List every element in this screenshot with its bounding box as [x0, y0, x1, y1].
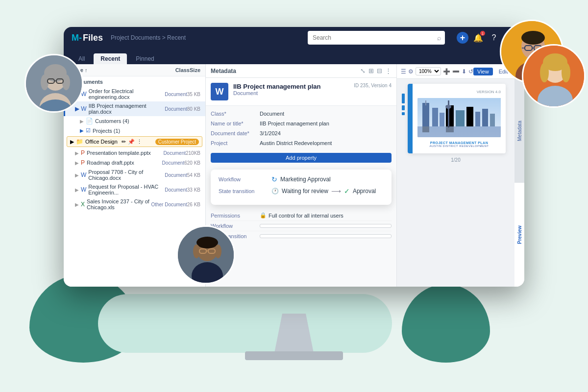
- arrow-right-icon: ⟶: [331, 187, 341, 195]
- add-button[interactable]: +: [457, 32, 468, 44]
- file-row[interactable]: ▶ P Roadmap draft.pptx Document 620 KB: [64, 158, 205, 168]
- rotate-icon[interactable]: ↺: [468, 68, 473, 75]
- add-property-button[interactable]: Add property: [211, 153, 392, 163]
- search-input[interactable]: [308, 31, 445, 45]
- word-icon: W: [81, 172, 86, 178]
- tab-pinned[interactable]: Pinned: [129, 53, 161, 64]
- expand-icon: ▶: [80, 119, 84, 124]
- meta-label: Project: [211, 140, 260, 146]
- side-tab-preview[interactable]: Preview: [514, 183, 524, 287]
- svg-rect-44: [440, 113, 444, 126]
- group-documents[interactable]: ▾ Documents: [64, 76, 205, 87]
- file-row[interactable]: ▶ P Presentation template.pptx Document …: [64, 148, 205, 158]
- preview-content: VERSION 4.0: [397, 79, 514, 287]
- main-content: Name ↑ Class Size ▾ Documents ▶ W Order …: [64, 64, 524, 287]
- zoom-out-icon[interactable]: ➖: [452, 68, 460, 75]
- excel-icon: X: [81, 201, 85, 208]
- meta-value: Document: [260, 111, 392, 117]
- file-row[interactable]: ▶ X Sales Invoice 237 - City of Chicago.…: [64, 197, 205, 212]
- tab-recent[interactable]: Recent: [94, 53, 127, 64]
- file-row[interactable]: ▶ W Request for Proposal - HVAC Engineer…: [64, 182, 205, 197]
- lock-icon: 🔒: [260, 212, 267, 219]
- doc-header: W IIB Project management plan Document I…: [206, 78, 396, 106]
- logo-files-part: Files: [83, 33, 103, 43]
- meta-label: Document date*: [211, 130, 260, 136]
- file-name-text: Order for Electrical engineering.docx: [89, 88, 165, 100]
- workflow-row: Workflow ↻ Marketing Approval: [219, 175, 384, 183]
- workflow-label: Workflow: [219, 176, 268, 182]
- perm-row-workflow: Workflow: [211, 220, 392, 231]
- file-name-text: Sales Invoice 237 - City of Chicago.xls: [87, 198, 151, 210]
- word-icon: 📄: [86, 118, 93, 124]
- refresh-icon: ↻: [271, 175, 277, 183]
- file-type-cell: Document: [163, 150, 186, 156]
- file-type-cell: Document: [165, 172, 187, 178]
- zoom-select[interactable]: 100% 75% 125%: [416, 67, 441, 75]
- expand-icon: ▶: [70, 139, 74, 145]
- svg-rect-52: [490, 114, 495, 126]
- search-icon: ⌕: [437, 34, 441, 42]
- bg-decoration-cloud: [98, 294, 392, 353]
- file-size-cell: 210KB: [186, 150, 200, 156]
- expand-icon[interactable]: ⤡: [360, 67, 366, 74]
- perm-row-state: State transition: [211, 231, 392, 241]
- meta-row-project: Project Austin District Redevelopment: [211, 140, 392, 146]
- download-icon[interactable]: ⬇: [462, 68, 466, 75]
- file-row[interactable]: ▶ W Proposal 7708 - City of Chicago.docx…: [64, 168, 205, 182]
- state-from: Waiting for review: [282, 188, 328, 195]
- file-type-cell: Document: [162, 160, 185, 166]
- file-size-cell: 620 KB: [184, 160, 200, 166]
- col-size-header: Size: [190, 67, 200, 73]
- columns-icon[interactable]: ⊞: [368, 67, 374, 74]
- state-label: State transition: [219, 188, 268, 194]
- meta-row-class: Class* Document: [211, 111, 392, 117]
- svg-rect-40: [417, 126, 501, 137]
- tabs-bar: All Recent Pinned: [64, 49, 524, 64]
- page-number: 1/20: [451, 157, 460, 163]
- file-size-cell: 54 KB: [187, 172, 200, 178]
- monitor-base: [245, 351, 343, 360]
- logo-m-part: M-: [72, 33, 82, 43]
- file-row-badge[interactable]: ▶ 📁 Office Design ✏ 📌 ⋮ Customer Project: [67, 136, 202, 147]
- view-button[interactable]: View: [473, 68, 493, 75]
- preview-main-title: PROJECT MANAGEMENT PLAN: [417, 141, 501, 145]
- file-name-text: Proposal 7708 - City of Chicago.docx: [88, 169, 165, 181]
- file-type-cell: Document: [165, 92, 187, 97]
- help-button[interactable]: ?: [488, 32, 500, 44]
- expand-icon: ▶: [75, 202, 79, 207]
- meta-row-name: Name or title* IIB Project management pl…: [211, 121, 392, 126]
- avatar-man-black: [176, 225, 235, 284]
- doc-info: IIB Project management plan Document: [233, 83, 320, 96]
- svg-rect-42: [425, 100, 426, 105]
- state-field[interactable]: [260, 234, 392, 238]
- notifications-button[interactable]: 🔔 1: [472, 32, 484, 44]
- svg-rect-51: [482, 109, 488, 126]
- side-tab-metadata[interactable]: Metadata: [514, 79, 524, 183]
- svg-rect-43: [432, 108, 438, 126]
- sidebar-toggle-icon[interactable]: ☰: [401, 68, 406, 75]
- svg-rect-50: [475, 112, 480, 126]
- file-row[interactable]: ▶ 📄 Customers (4): [64, 116, 205, 126]
- more-icon: ⋮: [137, 139, 142, 145]
- more-icon[interactable]: ⋮: [385, 67, 392, 74]
- bg-decoration-right: [402, 284, 490, 363]
- file-type-cell: Document: [165, 106, 187, 112]
- badge-label: Customer Project: [155, 139, 199, 145]
- clock-icon: 🕐: [271, 188, 279, 195]
- svg-point-36: [540, 63, 549, 82]
- file-name-text: Office Design: [85, 139, 118, 145]
- gear-icon[interactable]: ⚙: [408, 68, 414, 75]
- file-row[interactable]: ▶ ☑ Projects (1): [64, 126, 205, 135]
- workflow-field[interactable]: [260, 224, 392, 228]
- avatar-woman-gray: [24, 54, 83, 113]
- checkbox-icon: ☑: [86, 127, 91, 134]
- layout-icon[interactable]: ⊟: [377, 67, 382, 74]
- page-dot: [402, 112, 405, 115]
- meta-row-date: Document date* 3/1/2024: [211, 130, 392, 136]
- permissions-section: Permissions 🔒 Full control for all inter…: [206, 210, 396, 241]
- file-name-text: Customers (4): [95, 118, 129, 124]
- file-row-selected[interactable]: ▶ W IIB Project management plan.docx Doc…: [64, 101, 205, 116]
- notification-badge: 1: [480, 31, 485, 36]
- file-row[interactable]: ▶ W Order for Electrical engineering.doc…: [64, 87, 205, 101]
- zoom-in-icon[interactable]: ➕: [443, 68, 450, 75]
